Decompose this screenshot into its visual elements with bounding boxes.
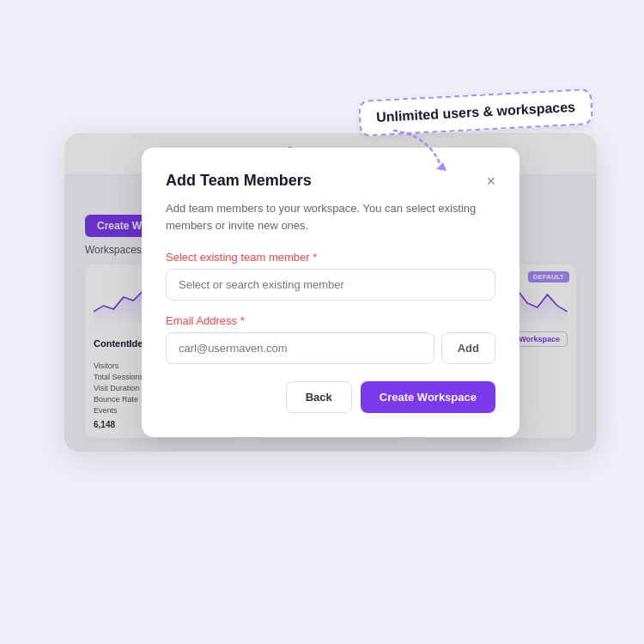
modal-overlay: Add Team Members × Add team members to y…	[64, 133, 597, 452]
modal-header: Add Team Members ×	[166, 172, 495, 190]
modal-actions: Back Create Workspace	[166, 381, 495, 413]
add-team-members-modal: Add Team Members × Add team members to y…	[142, 148, 519, 437]
existing-member-group: Select existing team member *	[166, 251, 495, 301]
email-label: Email Address *	[166, 314, 495, 327]
email-input[interactable]	[166, 332, 434, 364]
back-button[interactable]: Back	[286, 381, 352, 413]
promo-badge: Unlimited users & workspaces	[359, 94, 592, 131]
modal-title: Add Team Members	[166, 172, 312, 190]
existing-member-input[interactable]	[166, 269, 495, 301]
close-modal-button[interactable]: ×	[486, 173, 495, 189]
arrow-icon	[385, 126, 453, 173]
add-email-button[interactable]: Add	[441, 332, 495, 364]
app-window: USERMAVEN. All Workspaces Create Workspa…	[64, 133, 597, 452]
email-group: Email Address * Add	[166, 314, 495, 364]
existing-member-label: Select existing team member *	[166, 251, 495, 264]
email-row: Add	[166, 332, 495, 364]
create-workspace-modal-button[interactable]: Create Workspace	[361, 381, 495, 413]
svg-marker-0	[436, 162, 447, 171]
modal-description: Add team members to your workspace. You …	[166, 200, 495, 234]
